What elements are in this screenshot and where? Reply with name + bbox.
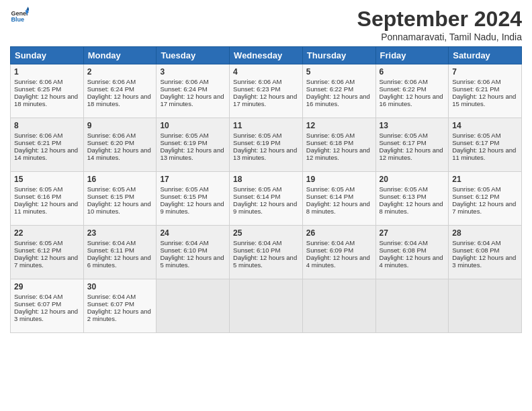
table-row: 5Sunrise: 6:06 AMSunset: 6:22 PMDaylight… — [302, 64, 375, 118]
table-row: 1Sunrise: 6:06 AMSunset: 6:25 PMDaylight… — [11, 64, 84, 118]
sunrise: Sunrise: 6:04 AM — [87, 239, 136, 246]
sunrise: Sunrise: 6:04 AM — [306, 239, 355, 246]
day-number: 27 — [380, 228, 445, 238]
table-row: 2Sunrise: 6:06 AMSunset: 6:24 PMDaylight… — [83, 64, 157, 118]
sunrise: Sunrise: 6:05 AM — [380, 132, 428, 139]
sunrise: Sunrise: 6:06 AM — [14, 78, 62, 85]
daylight: Daylight: 12 hours and 4 minutes. — [380, 254, 443, 269]
daylight: Daylight: 12 hours and 13 minutes. — [233, 146, 297, 161]
sunset: Sunset: 6:22 PM — [306, 85, 353, 93]
daylight: Daylight: 12 hours and 15 minutes. — [452, 93, 516, 107]
daylight: Daylight: 12 hours and 18 minutes. — [87, 93, 151, 107]
day-number: 23 — [87, 228, 153, 238]
table-row: 30Sunrise: 6:04 AMSunset: 6:07 PMDayligh… — [83, 279, 157, 333]
daylight: Daylight: 12 hours and 5 minutes. — [160, 254, 224, 269]
sunset: Sunset: 6:19 PM — [233, 139, 280, 146]
day-number: 5 — [306, 67, 372, 77]
table-row: 27Sunrise: 6:04 AMSunset: 6:08 PMDayligh… — [375, 226, 449, 279]
calendar-week: 8Sunrise: 6:06 AMSunset: 6:21 PMDaylight… — [11, 118, 522, 172]
sunrise: Sunrise: 6:04 AM — [380, 239, 428, 246]
sunset: Sunset: 6:14 PM — [233, 193, 280, 200]
sunrise: Sunrise: 6:06 AM — [160, 78, 208, 85]
table-row: 15Sunrise: 6:05 AMSunset: 6:16 PMDayligh… — [11, 172, 84, 226]
day-number: 18 — [233, 175, 299, 184]
sunset: Sunset: 6:10 PM — [233, 246, 280, 254]
svg-text:Blue: Blue — [11, 16, 24, 23]
daylight: Daylight: 12 hours and 12 minutes. — [380, 146, 443, 161]
sunset: Sunset: 6:24 PM — [87, 85, 134, 93]
table-row: 12Sunrise: 6:05 AMSunset: 6:18 PMDayligh… — [302, 118, 375, 172]
logo-icon: General Blue — [10, 7, 29, 26]
day-number: 20 — [380, 175, 445, 184]
sunset: Sunset: 6:13 PM — [380, 193, 427, 200]
sunset: Sunset: 6:19 PM — [160, 139, 207, 146]
sunrise: Sunrise: 6:05 AM — [160, 185, 208, 193]
daylight: Daylight: 12 hours and 4 minutes. — [306, 254, 370, 269]
daylight: Daylight: 12 hours and 17 minutes. — [160, 93, 224, 107]
day-number: 15 — [14, 175, 80, 184]
day-number: 19 — [306, 175, 372, 184]
sunset: Sunset: 6:12 PM — [452, 193, 499, 200]
daylight: Daylight: 12 hours and 6 minutes. — [87, 254, 151, 269]
sunset: Sunset: 6:14 PM — [306, 193, 353, 200]
month-title: September 2024 — [357, 7, 522, 32]
table-row: 23Sunrise: 6:04 AMSunset: 6:11 PMDayligh… — [83, 226, 157, 279]
daylight: Daylight: 12 hours and 7 minutes. — [452, 200, 516, 215]
day-number: 9 — [87, 121, 153, 130]
sunset: Sunset: 6:11 PM — [87, 246, 134, 254]
calendar: Sunday Monday Tuesday Wednesday Thursday… — [10, 46, 522, 333]
sunset: Sunset: 6:10 PM — [160, 246, 207, 254]
sunset: Sunset: 6:23 PM — [233, 85, 280, 93]
daylight: Daylight: 12 hours and 18 minutes. — [14, 93, 78, 107]
logo: General Blue — [10, 7, 29, 26]
table-row: 21Sunrise: 6:05 AMSunset: 6:12 PMDayligh… — [449, 172, 522, 226]
table-row: 13Sunrise: 6:05 AMSunset: 6:17 PMDayligh… — [375, 118, 449, 172]
daylight: Daylight: 12 hours and 5 minutes. — [233, 254, 297, 269]
col-sunday: Sunday — [11, 47, 84, 64]
sunrise: Sunrise: 6:06 AM — [233, 78, 281, 85]
col-friday: Friday — [375, 47, 449, 64]
daylight: Daylight: 12 hours and 9 minutes. — [160, 200, 224, 215]
table-row: 8Sunrise: 6:06 AMSunset: 6:21 PMDaylight… — [11, 118, 84, 172]
daylight: Daylight: 12 hours and 11 minutes. — [452, 146, 516, 161]
header-row: Sunday Monday Tuesday Wednesday Thursday… — [11, 47, 522, 64]
sunrise: Sunrise: 6:06 AM — [306, 78, 355, 85]
sunrise: Sunrise: 6:06 AM — [14, 132, 62, 139]
day-number: 30 — [87, 282, 153, 291]
day-number: 11 — [233, 121, 299, 130]
sunset: Sunset: 6:21 PM — [452, 85, 499, 93]
sunset: Sunset: 6:22 PM — [380, 85, 427, 93]
sunrise: Sunrise: 6:05 AM — [452, 185, 500, 193]
table-row: 17Sunrise: 6:05 AMSunset: 6:15 PMDayligh… — [157, 172, 230, 226]
day-number: 26 — [306, 228, 372, 238]
sunset: Sunset: 6:09 PM — [306, 246, 353, 254]
table-row: 20Sunrise: 6:05 AMSunset: 6:13 PMDayligh… — [375, 172, 449, 226]
title-area: September 2024 Ponnamaravati, Tamil Nadu… — [357, 7, 522, 42]
sunset: Sunset: 6:07 PM — [87, 300, 134, 308]
daylight: Daylight: 12 hours and 16 minutes. — [380, 93, 443, 107]
table-row — [449, 279, 522, 333]
sunset: Sunset: 6:15 PM — [87, 193, 134, 200]
daylight: Daylight: 12 hours and 13 minutes. — [160, 146, 224, 161]
sunrise: Sunrise: 6:06 AM — [380, 78, 428, 85]
day-number: 1 — [14, 67, 80, 77]
col-wednesday: Wednesday — [230, 47, 303, 64]
table-row — [302, 279, 375, 333]
daylight: Daylight: 12 hours and 11 minutes. — [14, 200, 78, 215]
daylight: Daylight: 12 hours and 8 minutes. — [306, 200, 370, 215]
table-row: 11Sunrise: 6:05 AMSunset: 6:19 PMDayligh… — [230, 118, 303, 172]
sunrise: Sunrise: 6:04 AM — [87, 293, 136, 300]
table-row: 14Sunrise: 6:05 AMSunset: 6:17 PMDayligh… — [449, 118, 522, 172]
sunset: Sunset: 6:08 PM — [452, 246, 499, 254]
day-number: 3 — [160, 67, 226, 77]
daylight: Daylight: 12 hours and 7 minutes. — [14, 254, 78, 269]
day-number: 14 — [452, 121, 518, 130]
table-row: 7Sunrise: 6:06 AMSunset: 6:21 PMDaylight… — [449, 64, 522, 118]
day-number: 22 — [14, 228, 80, 238]
table-row: 9Sunrise: 6:06 AMSunset: 6:20 PMDaylight… — [83, 118, 157, 172]
sunrise: Sunrise: 6:06 AM — [87, 132, 136, 139]
sunset: Sunset: 6:18 PM — [306, 139, 353, 146]
sunrise: Sunrise: 6:05 AM — [87, 185, 136, 193]
day-number: 8 — [14, 121, 80, 130]
daylight: Daylight: 12 hours and 3 minutes. — [452, 254, 516, 269]
